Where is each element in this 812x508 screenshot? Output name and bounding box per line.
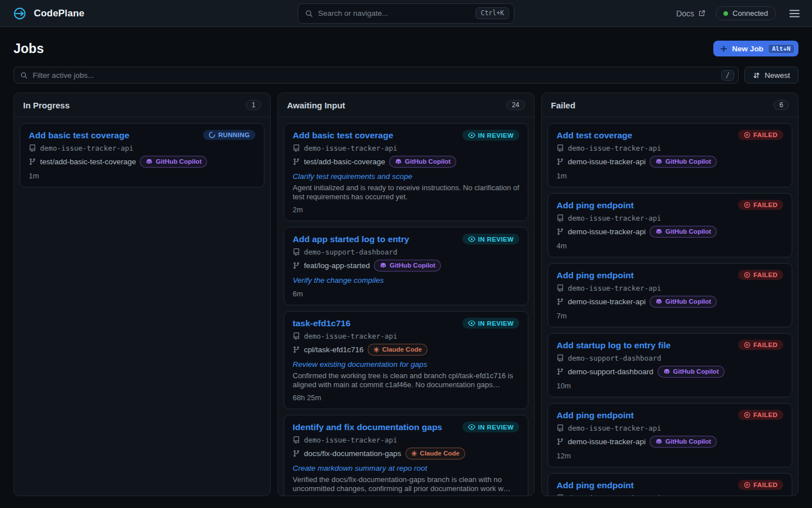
job-time: 12m bbox=[557, 452, 783, 461]
job-card[interactable]: task-efd1c716 IN REVIEW demo-issue-track… bbox=[284, 311, 528, 409]
job-title-link[interactable]: Add ping endpoint bbox=[557, 480, 634, 491]
branch-row: demo-issue-tracker-api GitHub Copilot bbox=[557, 436, 783, 448]
repo-name: demo-issue-tracker-api bbox=[568, 213, 661, 223]
branch-row: demo-issue-tracker-api GitHub Copilot bbox=[557, 296, 783, 308]
status-label: FAILED bbox=[753, 411, 778, 418]
docs-link[interactable]: Docs bbox=[676, 9, 705, 18]
column-scroll-area[interactable]: Add basic test coverage IN REVIEW demo-i… bbox=[278, 117, 534, 496]
job-time: 6m bbox=[293, 290, 519, 299]
agent-label: GitHub Copilot bbox=[405, 157, 451, 167]
top-right-controls: Docs Connected bbox=[676, 6, 803, 20]
job-title-link[interactable]: Add ping endpoint bbox=[557, 270, 634, 281]
repo-icon bbox=[557, 354, 564, 362]
task-link[interactable]: Create markdown summary at repo root bbox=[293, 463, 519, 474]
agent-label: Claude Code bbox=[420, 449, 460, 458]
task-link[interactable]: Clarify test requirements and scope bbox=[293, 172, 519, 182]
status-icon bbox=[468, 319, 475, 327]
job-card[interactable]: Add ping endpoint FAILED demo-issue-trac… bbox=[548, 473, 792, 496]
branch-row: demo-issue-tracker-api GitHub Copilot bbox=[557, 226, 783, 238]
job-card[interactable]: Add app started log to entry IN REVIEW d… bbox=[284, 227, 528, 305]
new-job-label: New Job bbox=[732, 45, 764, 53]
status-label: FAILED bbox=[753, 481, 778, 488]
status-label: FAILED bbox=[753, 271, 778, 278]
job-card[interactable]: Add basic test coverage RUNNING demo-iss… bbox=[20, 123, 264, 187]
search-input[interactable] bbox=[318, 9, 470, 17]
status-label: IN REVIEW bbox=[478, 132, 514, 139]
task-link[interactable]: Verify the change compiles bbox=[293, 275, 519, 286]
agent-badge: GitHub Copilot bbox=[650, 296, 717, 308]
repo-name: demo-issue-tracker-api bbox=[304, 435, 398, 445]
card-title-row: Add test coverage FAILED bbox=[557, 130, 783, 141]
job-card[interactable]: Add ping endpoint FAILED demo-issue-trac… bbox=[548, 263, 792, 327]
new-job-button[interactable]: New Job Alt+N bbox=[713, 41, 798, 56]
status-badge: FAILED bbox=[738, 200, 783, 210]
agent-badge: GitHub Copilot bbox=[140, 156, 207, 168]
page-header: Jobs New Job Alt+N bbox=[14, 41, 798, 56]
job-card[interactable]: Add test coverage FAILED demo-issue-trac… bbox=[548, 123, 792, 187]
card-title-row: task-efd1c716 IN REVIEW bbox=[293, 318, 519, 329]
repo-name: demo-support-dashboard bbox=[304, 247, 398, 257]
card-title-row: Add app started log to entry IN REVIEW bbox=[293, 234, 519, 244]
job-time: 10m bbox=[557, 382, 783, 391]
kanban-column: Awaiting Input 24 Add basic test coverag… bbox=[277, 93, 535, 496]
git-branch-icon bbox=[557, 368, 564, 375]
job-title-link[interactable]: Add basic test coverage bbox=[293, 130, 393, 141]
job-card[interactable]: Add startup log to entry file FAILED dem… bbox=[548, 333, 792, 397]
status-label: FAILED bbox=[753, 132, 778, 138]
branch-name: feat/log-app-started bbox=[304, 260, 370, 271]
column-scroll-area[interactable]: Add basic test coverage RUNNING demo-iss… bbox=[14, 117, 270, 496]
repo-name: demo-issue-tracker-api bbox=[304, 331, 398, 341]
branch-row: cpl/task-efd1c716 Claude Code bbox=[293, 344, 519, 356]
job-title-link[interactable]: Add test coverage bbox=[557, 130, 632, 141]
agent-icon bbox=[373, 347, 379, 353]
repo-row: demo-support-dashboard bbox=[557, 353, 783, 363]
branch-name: demo-support-dashboard bbox=[568, 366, 654, 378]
filter-box[interactable]: / bbox=[14, 67, 739, 84]
repo-icon bbox=[293, 436, 300, 444]
agent-icon bbox=[379, 262, 387, 269]
global-search[interactable]: Ctrl+K bbox=[298, 3, 514, 24]
agent-badge: GitHub Copilot bbox=[650, 156, 717, 168]
sort-button[interactable]: Newest bbox=[744, 67, 798, 84]
status-badge: FAILED bbox=[738, 480, 783, 490]
repo-row: demo-issue-tracker-api bbox=[293, 143, 519, 153]
column-title: Failed bbox=[551, 100, 575, 110]
job-title-link[interactable]: Add startup log to entry file bbox=[557, 340, 670, 351]
job-title-link[interactable]: Identify and fix documentation gaps bbox=[293, 422, 442, 432]
sort-label: Newest bbox=[765, 71, 790, 80]
job-title-link[interactable]: Add app started log to entry bbox=[293, 234, 409, 244]
job-title-link[interactable]: task-efd1c716 bbox=[293, 318, 351, 329]
job-card[interactable]: Add ping endpoint FAILED demo-issue-trac… bbox=[548, 193, 792, 257]
status-label: IN REVIEW bbox=[478, 320, 514, 327]
agent-label: GitHub Copilot bbox=[665, 437, 711, 446]
status-label: FAILED bbox=[753, 341, 778, 348]
agent-icon bbox=[655, 158, 663, 165]
job-card[interactable]: Add basic test coverage IN REVIEW demo-i… bbox=[284, 123, 528, 221]
status-icon bbox=[744, 202, 751, 208]
job-card[interactable]: Identify and fix documentation gaps IN R… bbox=[284, 415, 528, 496]
search-icon bbox=[20, 72, 28, 79]
repo-icon bbox=[557, 424, 564, 432]
status-label: FAILED bbox=[753, 202, 778, 208]
job-title-link[interactable]: Add ping endpoint bbox=[557, 410, 634, 421]
job-time: 2m bbox=[293, 205, 519, 214]
status-badge: FAILED bbox=[738, 270, 783, 280]
job-card[interactable]: Add ping endpoint FAILED demo-issue-trac… bbox=[548, 403, 792, 467]
job-title-link[interactable]: Add ping endpoint bbox=[557, 200, 634, 211]
repo-icon bbox=[557, 494, 564, 496]
column-scroll-area[interactable]: Add test coverage FAILED demo-issue-trac… bbox=[542, 117, 798, 496]
connection-status-label: Connected bbox=[732, 9, 768, 17]
agent-icon bbox=[663, 368, 670, 375]
job-title-link[interactable]: Add basic test coverage bbox=[29, 130, 129, 141]
git-branch-icon bbox=[293, 346, 300, 353]
repo-row: demo-issue-tracker-api bbox=[293, 331, 519, 341]
repo-icon bbox=[293, 248, 300, 256]
task-link[interactable]: Review existing documentation for gaps bbox=[293, 360, 519, 370]
status-badge: IN REVIEW bbox=[462, 422, 519, 432]
menu-icon[interactable] bbox=[786, 7, 803, 20]
agent-icon bbox=[145, 158, 153, 165]
repo-name: demo-issue-tracker-api bbox=[304, 143, 398, 153]
agent-badge: Claude Code bbox=[368, 344, 427, 356]
repo-name: demo-support-dashboard bbox=[568, 353, 661, 363]
filter-input[interactable] bbox=[33, 71, 716, 80]
